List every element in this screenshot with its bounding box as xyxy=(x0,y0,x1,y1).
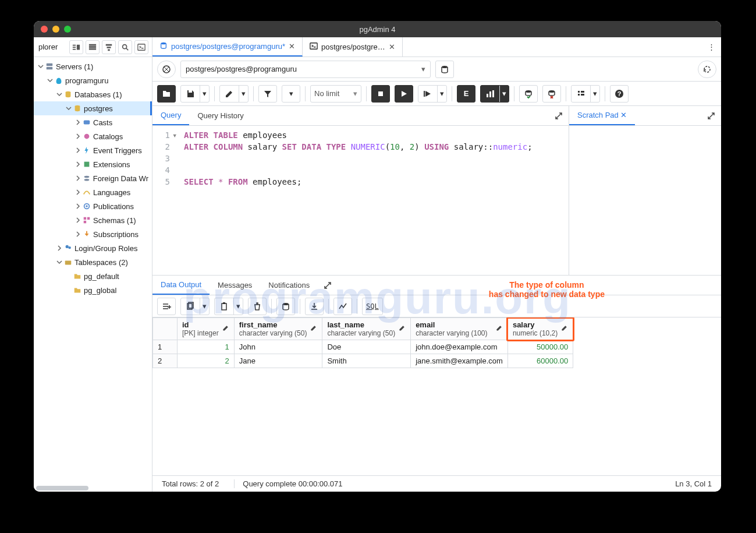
save-data-icon[interactable] xyxy=(276,298,295,315)
column-header[interactable]: salarynumeric (10,2) xyxy=(507,318,573,340)
commit-icon[interactable] xyxy=(519,85,538,103)
cell[interactable]: Doe xyxy=(322,340,411,354)
column-header[interactable]: first_namecharacter varying (50) xyxy=(234,318,322,340)
chevron-down-icon[interactable]: ▾ xyxy=(233,298,243,315)
limit-select[interactable]: No limit xyxy=(310,85,361,103)
tree-node[interactable]: Login/Group Roles xyxy=(34,241,152,255)
search-icon[interactable] xyxy=(118,40,132,54)
caret-icon[interactable] xyxy=(74,161,81,167)
edit-icon[interactable] xyxy=(310,324,317,333)
row-number[interactable]: 1 xyxy=(153,340,178,354)
query-tool-icon[interactable] xyxy=(69,40,83,54)
caret-icon[interactable] xyxy=(74,231,81,237)
copy-button[interactable]: ▾ xyxy=(180,298,210,315)
cell[interactable]: 2 xyxy=(178,354,235,368)
caret-icon[interactable] xyxy=(56,91,63,97)
cell[interactable]: jane.smith@example.com xyxy=(411,354,508,368)
server-database-icon[interactable] xyxy=(435,61,454,78)
connection-select[interactable]: postgres/postgres@programguru ▾ xyxy=(180,61,431,78)
tab-messages[interactable]: Messages xyxy=(210,276,260,295)
open-file-button[interactable] xyxy=(157,85,176,103)
cell[interactable]: 60000.00 xyxy=(507,354,573,368)
caret-icon[interactable] xyxy=(74,217,81,223)
cell[interactable]: Smith xyxy=(322,354,411,368)
expand-output-icon[interactable] xyxy=(318,276,338,295)
tree-node[interactable]: programguru xyxy=(34,73,152,87)
close-icon[interactable]: ✕ xyxy=(620,111,627,119)
close-icon[interactable]: ✕ xyxy=(389,43,395,51)
filter-icon[interactable] xyxy=(258,85,277,103)
filter-dropdown[interactable]: ▾ xyxy=(282,85,300,103)
caret-icon[interactable] xyxy=(56,259,63,265)
scratch-pad-body[interactable] xyxy=(569,126,721,275)
table-row[interactable]: 22JaneSmithjane.smith@example.com60000.0… xyxy=(153,354,573,368)
caret-icon[interactable] xyxy=(47,77,54,83)
column-header[interactable]: id[PK] integer xyxy=(178,318,235,340)
result-grid[interactable]: id[PK] integerfirst_namecharacter varyin… xyxy=(152,317,721,475)
caret-icon[interactable] xyxy=(74,147,81,153)
caret-icon[interactable] xyxy=(65,105,72,111)
caret-icon[interactable] xyxy=(74,119,81,125)
tab-data-output[interactable]: Data Output xyxy=(152,276,210,295)
chevron-down-icon[interactable]: ▾ xyxy=(590,86,599,102)
explain-E-button[interactable]: E xyxy=(457,85,475,103)
table-row[interactable]: 11JohnDoejohn.doe@example.com50000.00 xyxy=(153,340,573,354)
edit-icon[interactable] xyxy=(399,324,406,333)
close-icon[interactable]: ✕ xyxy=(289,42,295,51)
more-icon[interactable]: ⋮ xyxy=(701,37,721,57)
rollback-icon[interactable] xyxy=(542,85,561,103)
edit-button[interactable]: ▾ xyxy=(219,85,249,103)
tree-node[interactable]: Foreign Data Wr xyxy=(34,171,152,185)
chevron-down-icon[interactable]: ▾ xyxy=(200,86,209,102)
tree-node[interactable]: Extensions xyxy=(34,157,152,171)
tree-node[interactable]: Casts xyxy=(34,115,152,129)
tab-query-history[interactable]: Query History xyxy=(189,106,251,125)
execute-button[interactable] xyxy=(395,85,413,103)
chevron-down-icon[interactable]: ▾ xyxy=(499,86,509,102)
cell[interactable]: 50000.00 xyxy=(507,340,573,354)
caret-icon[interactable] xyxy=(56,245,63,251)
tree-node[interactable]: Servers (1) xyxy=(34,59,152,73)
tree-node[interactable]: pg_global xyxy=(34,283,152,297)
graph-icon[interactable] xyxy=(333,298,352,315)
tree-node[interactable]: Catalogs xyxy=(34,129,152,143)
tree-node[interactable]: Databases (1) xyxy=(34,87,152,101)
tree-node[interactable]: Subscriptions xyxy=(34,227,152,241)
tree-node[interactable]: Event Triggers xyxy=(34,143,152,157)
expand-editor-icon[interactable] xyxy=(549,106,569,125)
column-header[interactable]: emailcharacter varying (100) xyxy=(411,318,508,340)
file-tab[interactable]: postgres/postgre…✕ xyxy=(303,37,403,57)
tree-node[interactable]: pg_default xyxy=(34,269,152,283)
paste-button[interactable]: ▾ xyxy=(214,298,243,315)
download-icon[interactable] xyxy=(305,298,324,315)
row-number[interactable]: 2 xyxy=(153,354,178,368)
connection-status-icon[interactable] xyxy=(157,61,176,78)
delete-row-icon[interactable] xyxy=(248,298,267,315)
tab-notifications[interactable]: Notifications xyxy=(260,276,318,295)
tree-node[interactable]: Languages xyxy=(34,185,152,199)
chevron-down-icon[interactable]: ▾ xyxy=(437,86,446,102)
sql-view-button[interactable]: SQL xyxy=(362,298,383,315)
edit-icon[interactable] xyxy=(222,324,229,333)
caret-icon[interactable] xyxy=(74,133,81,139)
caret-icon[interactable] xyxy=(74,175,81,181)
add-row-icon[interactable] xyxy=(157,298,176,315)
tab-scratch-pad[interactable]: Scratch Pad ✕ xyxy=(569,106,635,125)
sql-editor[interactable]: 12345 ▾ ALTER TABLE employeesALTER COLUM… xyxy=(152,126,569,275)
row-number-header[interactable] xyxy=(153,318,178,340)
stop-button[interactable] xyxy=(371,85,390,103)
cell[interactable]: John xyxy=(234,340,322,354)
macros-button[interactable]: ▾ xyxy=(571,85,600,103)
cell[interactable]: 1 xyxy=(178,340,235,354)
caret-icon[interactable] xyxy=(74,203,81,209)
caret-icon[interactable] xyxy=(37,63,44,69)
expand-scratch-icon[interactable] xyxy=(701,106,721,125)
tree-node[interactable]: Tablespaces (2) xyxy=(34,255,152,269)
file-tab[interactable]: postgres/postgres@programguru*✕ xyxy=(152,37,303,57)
chevron-down-icon[interactable]: ▾ xyxy=(239,86,248,102)
save-button[interactable]: ▾ xyxy=(180,85,210,103)
view-data-icon[interactable] xyxy=(86,40,100,54)
cell[interactable]: john.doe@example.com xyxy=(411,340,508,354)
reset-layout-icon[interactable] xyxy=(698,61,716,78)
tree-node[interactable]: Publications xyxy=(34,199,152,213)
